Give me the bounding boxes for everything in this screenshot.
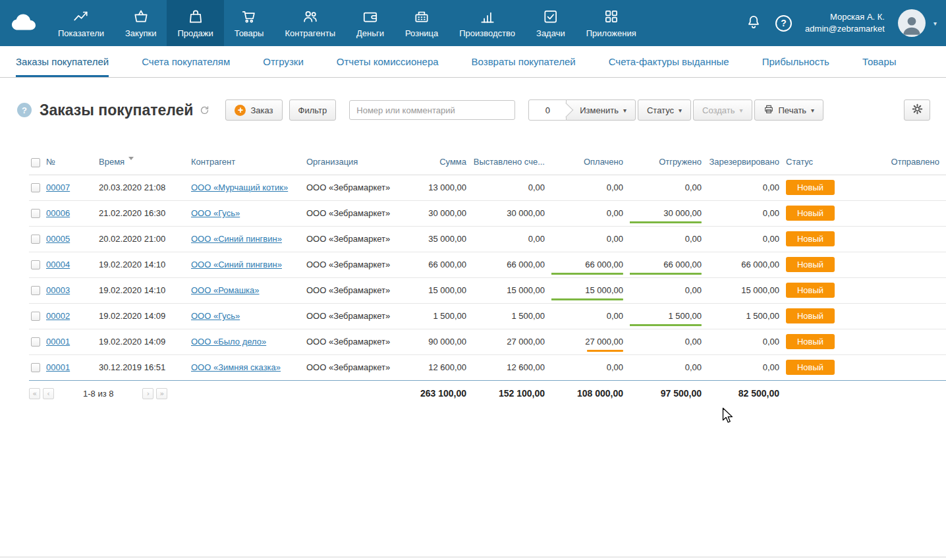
order-number-link[interactable]: 00002 [46,311,70,321]
tab-customer-invoices[interactable]: Счета покупателям [142,46,230,77]
sum-cell: 15 000,00 [412,277,473,303]
row-checkbox[interactable] [31,337,40,347]
total-paid: 108 000,00 [551,380,630,403]
refresh-icon[interactable] [200,105,209,115]
create-dropdown[interactable]: Создать ▾ [693,99,752,121]
counterparty-link[interactable]: ООО «Мурчащий котик» [191,182,288,192]
nav-item-label: Закупки [125,28,156,38]
counterparty-link[interactable]: ООО «Зимняя сказка» [191,362,281,372]
nav-item-production[interactable]: Производство [449,0,526,46]
sent-cell [843,354,946,380]
nav-item-money[interactable]: Деньги [346,0,395,46]
printer-icon [764,104,774,117]
status-badge[interactable]: Новый [786,206,835,221]
help-icon[interactable]: ? [775,15,792,32]
status-badge[interactable]: Новый [786,308,835,323]
nav-item-tasks[interactable]: Задачи [526,0,576,46]
counterparty-link[interactable]: ООО «Синий пингвин» [191,260,282,269]
column-header-organization[interactable]: Организация [306,151,412,175]
pagination-next-button[interactable]: › [142,388,153,399]
search-input[interactable] [349,100,515,120]
tab-products[interactable]: Товары [862,46,897,77]
status-badge[interactable]: Новый [786,334,835,349]
order-number-link[interactable]: 00007 [46,182,70,192]
nav-item-label: Задачи [536,28,565,38]
row-checkbox[interactable] [31,183,40,192]
pagination-prev-button[interactable]: ‹ [43,388,54,399]
reserved-cell: 0,00 [708,175,786,200]
column-header-invoiced[interactable]: Выставлено сче... [473,151,551,175]
chevron-down-icon[interactable]: ▾ [933,20,937,27]
nav-item-indicators[interactable]: Показатели [47,0,115,46]
status-badge[interactable]: Новый [786,257,835,272]
status-badge[interactable]: Новый [786,360,835,375]
tab-profitability[interactable]: Прибыльность [762,46,829,77]
select-all-checkbox[interactable] [31,158,40,167]
pagination-last-button[interactable]: » [156,388,167,399]
status-dropdown[interactable]: Статус ▾ [638,99,691,121]
settings-button[interactable] [904,99,930,121]
order-number-link[interactable]: 00004 [46,260,70,269]
nav-item-sales[interactable]: Продажи [167,0,223,46]
pagination-first-button[interactable]: « [29,388,40,399]
table-row[interactable]: 00001 30.12.2019 16:51 ООО «Зимняя сказк… [29,354,946,380]
column-header-number[interactable]: № [46,151,99,175]
notifications-bell-icon[interactable] [745,13,762,33]
status-badge[interactable]: Новый [786,283,835,298]
shopping-bag-icon [187,8,204,25]
table-row[interactable]: 00003 19.02.2020 14:10 ООО «Ромашка» ООО… [29,277,946,303]
counterparty-link[interactable]: ООО «Гусь» [191,208,240,218]
column-header-status[interactable]: Статус [786,151,843,175]
table-row[interactable]: 00001 19.02.2020 14:09 ООО «Было дело» О… [29,329,946,354]
column-header-shipped[interactable]: Отгружено [630,151,708,175]
table-row[interactable]: 00007 20.03.2020 21:08 ООО «Мурчащий кот… [29,175,946,200]
nav-item-retail[interactable]: Розница [395,0,449,46]
order-number-link[interactable]: 00003 [46,285,70,295]
counterparty-link[interactable]: ООО «Ромашка» [191,285,260,295]
avatar[interactable] [898,9,926,37]
print-dropdown[interactable]: Печать ▾ [754,99,824,121]
order-time: 19.02.2020 14:09 [99,329,191,354]
row-checkbox[interactable] [31,312,40,321]
column-header-reserved[interactable]: Зарезервировано [708,151,786,175]
row-checkbox[interactable] [31,209,40,218]
app-logo[interactable] [0,0,47,46]
user-info[interactable]: Морская А. К. admin@zebramarket [805,11,885,34]
row-checkbox[interactable] [31,286,40,295]
tab-shipments[interactable]: Отгрузки [263,46,304,77]
table-row[interactable]: 00004 19.02.2020 14:10 ООО «Синий пингви… [29,252,946,277]
tab-issued-invoices[interactable]: Счета-фактуры выданные [609,46,729,77]
order-number-link[interactable]: 00001 [46,362,70,372]
table-row[interactable]: 00006 21.02.2020 16:30 ООО «Гусь» ООО «З… [29,200,946,226]
column-header-time[interactable]: Время [99,151,191,175]
filter-button[interactable]: Фильтр [289,99,337,121]
tab-customer-orders[interactable]: Заказы покупателей [16,46,109,77]
nav-item-products[interactable]: Товары [224,0,275,46]
paid-cell: 0,00 [551,303,630,329]
row-checkbox[interactable] [31,235,40,244]
create-order-button[interactable]: + Заказ [225,99,282,121]
column-header-paid[interactable]: Оплачено [551,151,630,175]
counterparty-link[interactable]: ООО «Было дело» [191,337,266,347]
row-checkbox[interactable] [31,260,40,269]
status-badge[interactable]: Новый [786,231,835,246]
order-number-link[interactable]: 00005 [46,234,70,244]
tab-customer-returns[interactable]: Возвраты покупателей [472,46,576,77]
row-checkbox[interactable] [31,363,40,372]
order-number-link[interactable]: 00001 [46,337,70,347]
order-number-link[interactable]: 00006 [46,208,70,218]
status-badge[interactable]: Новый [786,180,835,195]
table-row[interactable]: 00002 19.02.2020 14:09 ООО «Гусь» ООО «З… [29,303,946,329]
nav-item-counterparties[interactable]: Контрагенты [274,0,346,46]
nav-item-purchases[interactable]: Закупки [115,0,167,46]
counterparty-link[interactable]: ООО «Гусь» [191,311,240,321]
page-help-icon[interactable]: ? [17,103,32,117]
column-header-sent[interactable]: Отправлено [843,151,946,175]
table-row[interactable]: 00005 20.02.2020 21:00 ООО «Синий пингви… [29,226,946,252]
tab-commission-reports[interactable]: Отчеты комиссионера [337,46,439,77]
edit-dropdown[interactable]: Изменить ▾ [566,99,636,121]
nav-item-apps[interactable]: Приложения [576,0,647,46]
column-header-counterparty[interactable]: Контрагент [191,151,306,175]
column-header-sum[interactable]: Сумма [412,151,473,175]
counterparty-link[interactable]: ООО «Синий пингвин» [191,234,282,244]
